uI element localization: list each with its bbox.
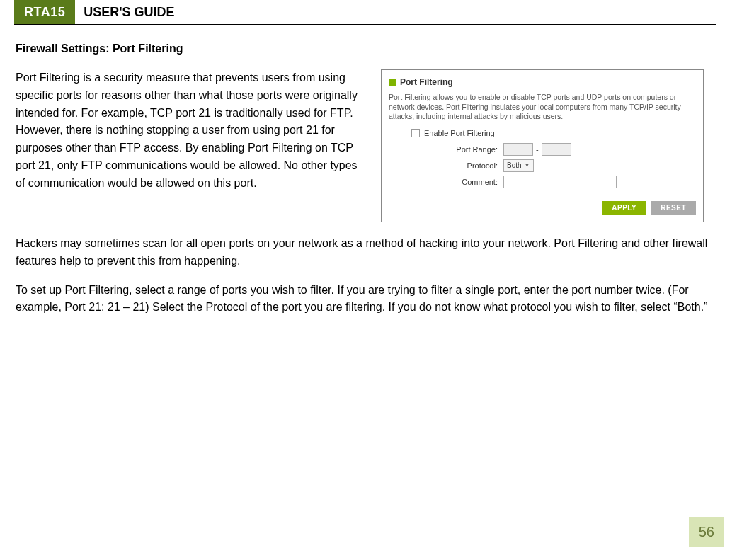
protocol-row: Protocol: Both ▼ [411, 159, 696, 172]
reset-button[interactable]: RESET [651, 201, 696, 215]
panel-bullet-icon [389, 79, 396, 86]
port-range-start-input[interactable] [503, 143, 533, 156]
apply-button[interactable]: APPLY [602, 201, 646, 215]
chevron-down-icon: ▼ [525, 162, 530, 168]
page-content: Firewall Settings: Port Filtering Port F… [0, 25, 737, 316]
panel-form: Enable Port Filtering Port Range: - Prot… [389, 129, 696, 215]
product-badge: RTA15 [14, 0, 75, 24]
enable-checkbox[interactable] [411, 129, 420, 137]
comment-input[interactable] [503, 176, 617, 188]
protocol-label: Protocol: [411, 161, 503, 170]
paragraph-1: Port Filtering is a security measure tha… [16, 69, 370, 193]
panel-title-row: Port Filtering [389, 77, 696, 87]
panel-buttons: APPLY RESET [411, 201, 696, 215]
port-range-label: Port Range: [411, 145, 503, 154]
comment-label: Comment: [411, 178, 503, 186]
page-number: 56 [689, 517, 724, 547]
paragraph-3: To set up Port Filtering, select a range… [16, 282, 716, 317]
port-range-end-input[interactable] [542, 143, 571, 156]
protocol-selected-value: Both [507, 161, 522, 169]
port-range-row: Port Range: - [411, 143, 696, 156]
panel-description: Port Filtering allows you to enable or d… [389, 93, 696, 122]
enable-label: Enable Port Filtering [424, 129, 495, 137]
enable-row: Enable Port Filtering [411, 129, 696, 137]
port-filtering-panel: Port Filtering Port Filtering allows you… [381, 69, 704, 222]
port-range-dash: - [533, 145, 542, 154]
document-title: USER'S GUIDE [75, 0, 716, 24]
paragraph-2: Hackers may sometimes scan for all open … [16, 235, 716, 270]
section-heading: Firewall Settings: Port Filtering [16, 42, 716, 55]
protocol-select[interactable]: Both ▼ [503, 159, 534, 172]
comment-row: Comment: [411, 176, 696, 188]
panel-title: Port Filtering [400, 77, 453, 87]
intro-row: Port Filtering is a security measure tha… [16, 69, 716, 222]
intro-left-column: Port Filtering is a security measure tha… [16, 69, 370, 193]
document-header: RTA15 USER'S GUIDE [14, 0, 716, 25]
